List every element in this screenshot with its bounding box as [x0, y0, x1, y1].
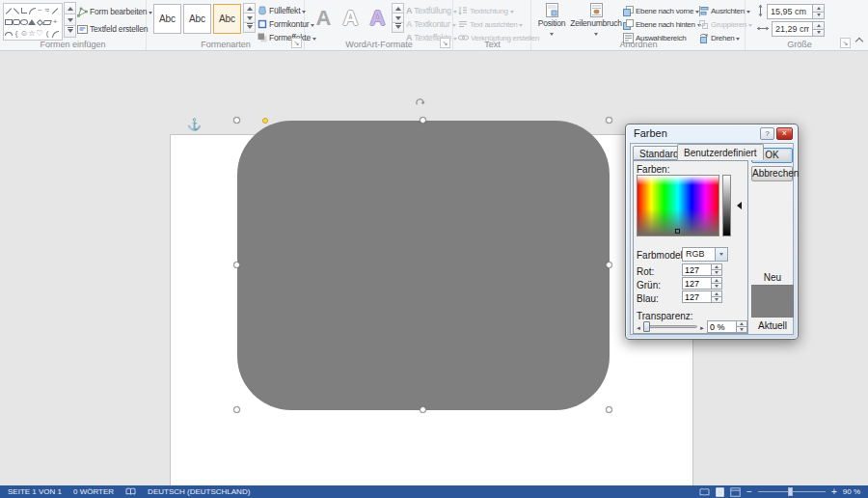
- wordart-style-2[interactable]: A: [338, 2, 364, 34]
- blue-stepper[interactable]: [682, 290, 722, 303]
- green-stepper[interactable]: [682, 277, 722, 290]
- collapse-ribbon-button[interactable]: [855, 38, 863, 45]
- page-indicator[interactable]: SEITE 1 VON 1: [8, 487, 62, 496]
- align-text-button[interactable]: Text ausrichten: [458, 17, 523, 31]
- selection-handle-middle-right[interactable]: [606, 262, 612, 268]
- color-spectrum[interactable]: [637, 175, 719, 236]
- shape-styles-dialog-launcher[interactable]: ↘: [291, 38, 302, 48]
- shape-oval-icon[interactable]: [20, 16, 28, 28]
- wrap-text-button[interactable]: Zeilenumbruch: [571, 3, 621, 38]
- red-stepper[interactable]: [682, 263, 722, 276]
- wordart-style-3[interactable]: A: [365, 2, 391, 34]
- shape-zigzag-icon[interactable]: ≈: [43, 5, 51, 16]
- selection-handle-top-middle[interactable]: [420, 117, 426, 124]
- zoom-percentage[interactable]: 90 %: [843, 487, 860, 496]
- shape-width-stepper[interactable]: [756, 21, 825, 37]
- wordart-dialog-launcher[interactable]: ↘: [440, 38, 450, 48]
- dialog-title[interactable]: Farben: [634, 127, 667, 139]
- text-direction-button[interactable]: Textrichtung: [458, 4, 514, 17]
- shape-smiley-icon[interactable]: ☺: [20, 28, 28, 40]
- green-input[interactable]: [682, 277, 712, 290]
- adjust-handle[interactable]: [262, 118, 268, 124]
- selection-handle-bottom-middle[interactable]: [420, 406, 426, 413]
- blue-input[interactable]: [682, 290, 712, 303]
- zoom-out-button[interactable]: −: [746, 486, 752, 497]
- gallery-more-button[interactable]: [64, 25, 76, 38]
- zoom-slider-thumb[interactable]: [788, 487, 793, 496]
- luminance-bar[interactable]: [722, 175, 731, 236]
- shape-paren-icon[interactable]: (: [43, 28, 51, 40]
- shape-fill-button[interactable]: Fülleffekt: [258, 4, 306, 17]
- shape-parallelogram-icon[interactable]: [43, 16, 51, 28]
- shape-height-stepper[interactable]: [756, 4, 825, 19]
- language-indicator[interactable]: DEUTSCH (DEUTSCHLAND): [148, 487, 250, 496]
- luminance-slider-arrow[interactable]: [733, 202, 742, 209]
- web-layout-button[interactable]: [730, 487, 741, 497]
- send-backward-button[interactable]: Ebene nach hinten: [623, 17, 701, 31]
- shape-curve-icon[interactable]: [28, 5, 36, 16]
- selection-handle-top-right[interactable]: [606, 117, 612, 124]
- shape-gallery[interactable]: ~ ≈ + { ☺ ☆ ♡: [3, 3, 63, 41]
- shape-style-3[interactable]: Abc: [213, 4, 241, 34]
- shape-brace-icon[interactable]: {: [13, 28, 20, 40]
- proofing-icon[interactable]: [125, 487, 136, 496]
- shape-triangle-icon[interactable]: [28, 16, 36, 28]
- transparency-stepper[interactable]: [707, 320, 747, 333]
- wordart-style-1[interactable]: A: [311, 2, 337, 34]
- transparency-slider-thumb[interactable]: [643, 321, 650, 332]
- shape-heart-icon[interactable]: ♡: [36, 28, 43, 40]
- slider-right-arrow[interactable]: ►: [699, 325, 705, 331]
- bring-forward-button[interactable]: Ebene nach vorne: [623, 4, 699, 17]
- dialog-close-button[interactable]: ×: [776, 127, 793, 140]
- shape-wave-icon[interactable]: ~: [36, 5, 43, 16]
- shape-roundrect-icon[interactable]: [13, 16, 20, 28]
- position-button[interactable]: Position: [534, 3, 569, 38]
- height-down-button[interactable]: [813, 12, 825, 20]
- transparency-input[interactable]: [707, 320, 737, 333]
- align-objects-button[interactable]: Ausrichten: [698, 4, 750, 17]
- shape-star-icon[interactable]: ☆: [28, 28, 36, 40]
- draw-textbox-button[interactable]: Textfeld erstellen: [77, 22, 148, 36]
- wordart-more-button[interactable]: [392, 22, 404, 33]
- shape-diamond-icon[interactable]: [36, 16, 43, 28]
- shape-curve2-icon[interactable]: [51, 28, 59, 40]
- shape-elbow-icon[interactable]: [20, 5, 28, 16]
- width-down-button[interactable]: [813, 29, 825, 38]
- size-dialog-launcher[interactable]: ↘: [840, 38, 851, 48]
- selection-handle-bottom-left[interactable]: [233, 406, 240, 413]
- red-input[interactable]: [682, 263, 712, 276]
- shape-arc-icon[interactable]: [5, 28, 13, 40]
- cancel-button[interactable]: Abbrechen: [751, 166, 793, 181]
- text-fill-button[interactable]: A Textfüllung: [406, 4, 457, 17]
- spectrum-marker[interactable]: [675, 229, 680, 234]
- styles-more-button[interactable]: [243, 22, 256, 33]
- shape-diagonal-icon[interactable]: [51, 5, 59, 16]
- rounded-rectangle-shape[interactable]: [237, 121, 610, 410]
- combo-arrow-button[interactable]: [715, 248, 727, 261]
- shape-width-input[interactable]: [772, 21, 813, 37]
- green-down-button[interactable]: [712, 283, 722, 290]
- shape-style-1[interactable]: Abc: [153, 4, 181, 34]
- shape-line2-icon[interactable]: [13, 5, 20, 16]
- red-down-button[interactable]: [712, 269, 722, 276]
- dialog-help-button[interactable]: ?: [760, 127, 774, 140]
- edit-shape-button[interactable]: Form bearbeiten: [77, 5, 152, 18]
- text-outline-button[interactable]: A Textkontur: [406, 17, 456, 31]
- zoom-slider[interactable]: [758, 487, 826, 496]
- selection-handle-middle-left[interactable]: [233, 262, 240, 268]
- shape-style-2[interactable]: Abc: [183, 4, 211, 34]
- color-model-select[interactable]: RGB: [682, 247, 728, 262]
- shape-rect-icon[interactable]: [5, 16, 13, 28]
- rotate-handle[interactable]: [415, 97, 426, 108]
- word-count[interactable]: 0 WÖRTER: [73, 487, 114, 496]
- print-layout-button[interactable]: [716, 487, 724, 497]
- zoom-in-button[interactable]: +: [831, 486, 837, 497]
- tab-custom[interactable]: Benutzerdefiniert: [677, 144, 764, 160]
- group-objects-button[interactable]: Gruppieren: [698, 17, 752, 31]
- selection-handle-top-left[interactable]: [233, 117, 240, 124]
- transparency-slider-track[interactable]: [643, 325, 697, 328]
- shape-height-input[interactable]: [767, 4, 813, 19]
- shape-cross-icon[interactable]: +: [51, 16, 59, 28]
- transparency-down-button[interactable]: [737, 326, 747, 333]
- read-mode-button[interactable]: [699, 487, 710, 497]
